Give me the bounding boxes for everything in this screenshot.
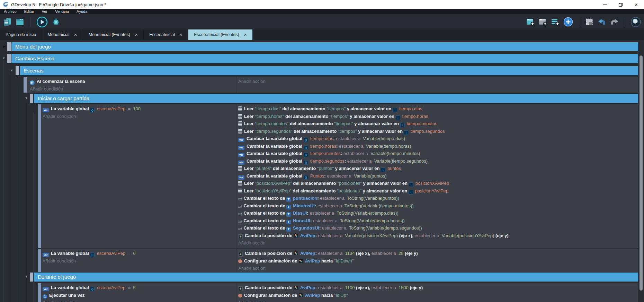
action-row[interactable]: txtCambiar el texto de TDiasUI: establec…: [238, 209, 509, 217]
action-row[interactable]: varCambiar la variable global {}tiempo.h…: [238, 143, 509, 150]
window-controls: [597, 0, 644, 9]
group-drag-handle[interactable]: [7, 54, 11, 63]
tab-close-icon[interactable]: ✕: [179, 33, 182, 37]
add-condition-link[interactable]: Añadir condición: [43, 299, 136, 302]
condition-row[interactable]: varLa variable global {}escenaAviPep = 1…: [43, 105, 141, 113]
play-icon[interactable]: [36, 16, 48, 28]
action-row[interactable]: Configurar animación de AviPep hacia "Id…: [238, 292, 423, 299]
group-drag-handle[interactable]: [30, 94, 33, 103]
tab-close-icon[interactable]: ✕: [135, 33, 138, 37]
action-row[interactable]: Configurar animación de AviPep hacia "Id…: [238, 257, 418, 265]
add-action-link[interactable]: Añadir acción: [238, 239, 509, 247]
tab-página-de-inicio[interactable]: Página de inicio: [0, 29, 42, 40]
event-drag-handle[interactable]: [38, 104, 41, 248]
action-row[interactable]: varCambiar la variable global {}Puntos: …: [238, 172, 509, 180]
choose-event-icon[interactable]: [563, 17, 573, 27]
text-segment: AviPep: [300, 233, 315, 238]
once-icon: 1: [43, 294, 47, 299]
add-action-link[interactable]: Añadir acción: [238, 299, 423, 302]
expand-arrow-icon[interactable]: ▼: [24, 96, 29, 100]
menu-item-ayuda[interactable]: Ayuda: [73, 9, 91, 14]
action-row[interactable]: varCambiar la variable global {}tiempo.s…: [238, 157, 509, 165]
menu-item-ventana[interactable]: Ventana: [51, 9, 73, 14]
group-header-escenas[interactable]: Escenas: [20, 66, 638, 75]
text-segment: MinutosUI: [293, 203, 315, 208]
add-event-icon[interactable]: [526, 18, 535, 26]
action-row[interactable]: Leer "tiempo.segundos" del almacenamient…: [238, 128, 509, 135]
text-segment: SegundosUI: [293, 225, 319, 231]
group-drag-handle[interactable]: [7, 42, 11, 51]
tab-menuinicial[interactable]: MenuInicial✕: [42, 29, 83, 40]
add-subevent-icon[interactable]: [538, 18, 547, 26]
text-segment: tiempo.horas: [310, 144, 336, 149]
action-row[interactable]: Leer "tiempo.dias" del almacenamiento "t…: [238, 105, 509, 113]
add-condition-link[interactable]: Añadir condición: [30, 85, 85, 93]
group-header-cambios-escena[interactable]: Cambios Escena: [11, 54, 638, 63]
group-drag-handle[interactable]: [30, 273, 33, 282]
group-header-iniciar-o-cargar-partida[interactable]: Iniciar o cargar partida: [34, 94, 638, 103]
tab-close-icon[interactable]: ✕: [244, 33, 247, 37]
group-header-durante-el-juego[interactable]: Durante el juego: [34, 273, 638, 282]
event-drag-handle[interactable]: [24, 77, 27, 93]
close-button[interactable]: [628, 0, 644, 9]
window-title: GDevelop 5 - F:\Google Drive\a joc\game.…: [11, 2, 106, 7]
tab-close-icon[interactable]: ✕: [74, 33, 77, 37]
expand-arrow-icon[interactable]: ▼: [24, 275, 29, 278]
text-segment: establecer a: [310, 210, 337, 216]
expand-arrow-icon[interactable]: ▼: [1, 57, 7, 60]
collapse-arrow-icon[interactable]: ▶: [2, 45, 7, 48]
vertical-scrollbar-thumb[interactable]: [639, 55, 643, 291]
action-row[interactable]: +Cambia la posición de AviPep: establece…: [238, 284, 423, 292]
action-row[interactable]: Leer "tiempo.horas" del almacenamiento "…: [238, 113, 509, 120]
action-row[interactable]: txtCambiar el texto de TMinutosUI: estab…: [238, 202, 509, 210]
condition-row[interactable]: 1Ejecutar una vez: [43, 292, 136, 299]
event-al-comenzar: ▶Al comenzar la escenaAñadir condiciónAñ…: [24, 77, 638, 93]
selection-icon[interactable]: [585, 18, 594, 26]
text-segment: escenaAviPep: [97, 106, 125, 111]
action-row[interactable]: varCambiar la variable global {}tiempo.m…: [238, 150, 509, 157]
action-row[interactable]: Leer "puntos" del almacenamiento "puntos…: [238, 165, 509, 172]
search-icon[interactable]: [630, 17, 641, 27]
action-row[interactable]: +Cambia la posición de AviPep: establece…: [238, 250, 418, 257]
condition-row[interactable]: varLa variable global {}escenaAviPep = 0: [43, 250, 136, 257]
tab-escenainicial-eventos[interactable]: EscenaInicial (Eventos)✕: [188, 29, 252, 40]
debugger-icon[interactable]: [51, 18, 61, 26]
group-header-menu-del-juego[interactable]: Menu del juego: [11, 42, 638, 51]
project-manager-icon[interactable]: [3, 18, 12, 26]
scene-editor-icon[interactable]: [15, 18, 25, 26]
text-segment: hacia: [320, 258, 334, 264]
add-comment-icon[interactable]: [551, 18, 560, 26]
minimize-button[interactable]: [597, 0, 613, 9]
action-row[interactable]: txtCambiar el texto de Tpuntuacion: esta…: [238, 195, 509, 202]
add-condition-link[interactable]: Añadir condición: [43, 257, 136, 265]
menu-item-ver[interactable]: Ver: [38, 9, 51, 14]
tab-menuinicial-eventos[interactable]: MenuInicial (Eventos)✕: [83, 29, 144, 40]
tab-escenainicial[interactable]: EscenaInicial✕: [144, 29, 188, 40]
actions-column: Leer "tiempo.dias" del almacenamiento "t…: [238, 105, 509, 247]
redo-icon[interactable]: [610, 18, 619, 26]
action-row[interactable]: txtCambiar el texto de THorasUI: estable…: [238, 217, 509, 225]
group-drag-handle[interactable]: [16, 66, 19, 75]
condition-row[interactable]: ▶Al comenzar la escena: [30, 78, 85, 85]
brace-icon: {}: [304, 145, 308, 150]
varbox-icon: var: [238, 175, 244, 180]
condition-action-divider: [236, 104, 236, 248]
event-drag-handle[interactable]: [38, 249, 41, 272]
action-row[interactable]: +Cambia la posición de AviPep: establece…: [238, 232, 509, 240]
action-row[interactable]: Leer "posicionXAviPep" del almacenamient…: [238, 180, 509, 187]
action-row[interactable]: txtCambiar el texto de TSegundosUI: esta…: [238, 224, 509, 232]
add-condition-link[interactable]: Añadir condición: [43, 113, 141, 120]
expand-arrow-icon[interactable]: ▼: [9, 69, 15, 72]
condition-row[interactable]: varLa variable global {}escenaAviPep = 5: [43, 284, 136, 292]
restore-button[interactable]: [613, 0, 628, 9]
action-row[interactable]: varCambiar la variable global {}tiempo.d…: [238, 135, 509, 143]
add-action-link[interactable]: Añadir acción: [238, 265, 418, 272]
add-action-link[interactable]: Añadir acción: [238, 78, 266, 85]
action-row[interactable]: Leer "posicionYAviPep" del almacenamient…: [238, 187, 509, 195]
menu-item-editar[interactable]: Editar: [20, 9, 38, 14]
event-drag-handle[interactable]: [38, 283, 41, 302]
menu-item-archivo[interactable]: Archivo: [0, 9, 20, 14]
action-row[interactable]: Leer "tiempo.minutos" del almacenamiento…: [238, 120, 509, 128]
undo-icon[interactable]: [597, 18, 607, 26]
text-segment: "posicionXAviPep": [255, 181, 292, 186]
